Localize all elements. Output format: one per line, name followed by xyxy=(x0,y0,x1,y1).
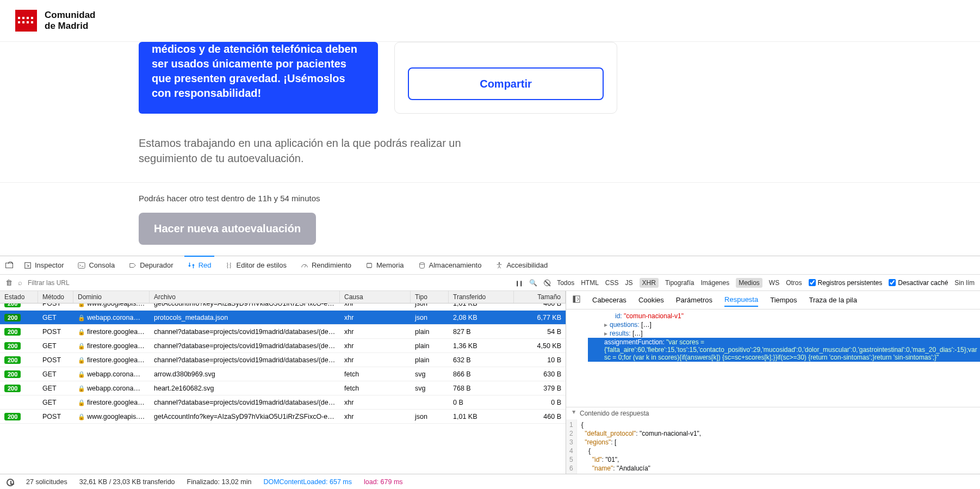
resp-tab-response[interactable]: Respuesta xyxy=(724,293,758,307)
type-other[interactable]: Otros xyxy=(786,279,802,287)
status-finish: Finalizado: 13,02 min xyxy=(187,478,252,486)
tab-inspector[interactable]: Inspector xyxy=(21,256,67,274)
search-icon[interactable] xyxy=(529,278,537,287)
network-row[interactable]: 200GET🔒webapp.coronama...heart.2e160682.… xyxy=(0,381,566,395)
tree-questions[interactable]: ▸questions: […] xyxy=(588,320,980,329)
type-images[interactable]: Imágenes xyxy=(700,279,729,287)
response-content-header[interactable]: ▸Contenido de respuesta xyxy=(566,407,980,419)
tab-memory[interactable]: Memoria xyxy=(362,256,407,274)
response-tree: id: "comun-nacional-v1" ▸questions: […] … xyxy=(566,310,980,407)
no-limit-label: Sin lím xyxy=(954,279,975,287)
network-statusbar: 27 solicitudes 32,61 KB / 23,03 KB trans… xyxy=(0,474,980,489)
resp-tab-cookies[interactable]: Cookies xyxy=(638,294,664,306)
filter-icon[interactable] xyxy=(18,278,22,287)
tab-debugger[interactable]: Depurador xyxy=(126,256,176,274)
svg-point-4 xyxy=(499,262,500,264)
info-card: médicos y de atención telefónica deben s… xyxy=(139,42,378,114)
network-row[interactable]: 200POST🔒firestore.googleapis...channel?d… xyxy=(0,325,566,339)
block-icon[interactable] xyxy=(544,280,550,286)
resp-tab-stack[interactable]: Traza de la pila xyxy=(809,294,857,306)
svg-point-3 xyxy=(419,262,424,264)
network-row[interactable]: 200GET🔒webapp.coronama...protocols_metad… xyxy=(0,311,566,325)
clear-icon[interactable] xyxy=(5,278,13,287)
type-font[interactable]: Tipografía xyxy=(665,279,694,287)
brand-text: Comunidad de Madrid xyxy=(45,10,96,31)
new-assessment-button: Hacer nueva autoevaluación xyxy=(139,213,316,245)
response-code: 123456 { "default_protocol": "comun-naci… xyxy=(566,419,980,474)
type-all[interactable]: Todos xyxy=(557,279,574,287)
tab-accessibility[interactable]: Accesibilidad xyxy=(492,256,551,274)
network-row[interactable]: 200GET🔒webapp.coronama...arrow.d380b969.… xyxy=(0,367,566,381)
tab-style-editor[interactable]: Editor de estilos xyxy=(222,256,290,274)
dock-icon[interactable] xyxy=(5,263,13,268)
tree-results[interactable]: ▸results: […] xyxy=(588,329,980,338)
type-js[interactable]: JS xyxy=(625,279,633,287)
network-row[interactable]: 200GET🔒firestore.googleapis...channel?da… xyxy=(0,339,566,353)
share-card: Compartir xyxy=(394,42,617,114)
type-media[interactable]: Medios xyxy=(736,278,762,288)
network-row[interactable]: 200POST🔒firestore.googleapis...channel?d… xyxy=(0,353,566,367)
clock-icon xyxy=(7,479,14,486)
tab-console[interactable]: Consola xyxy=(75,256,118,274)
share-button[interactable]: Compartir xyxy=(408,67,604,100)
tab-performance[interactable]: Rendimiento xyxy=(297,256,355,274)
type-ws[interactable]: WS xyxy=(769,279,779,287)
svg-rect-2 xyxy=(367,263,372,267)
network-row[interactable]: 200POST🔒www.googleapis.comgetAccountInfo… xyxy=(0,410,566,424)
svg-rect-6 xyxy=(573,296,575,302)
resp-tab-params[interactable]: Parámetros xyxy=(676,294,712,306)
disable-cache-checkbox[interactable]: Desactivar caché xyxy=(889,279,948,287)
network-toolbar: Todos HTML CSS JS XHR Tipografía Imágene… xyxy=(0,275,980,291)
network-row[interactable]: 200POST🔒www.googleapis.comgetAccountInfo… xyxy=(0,304,566,311)
persist-checkbox[interactable]: Registros persistentes xyxy=(809,279,883,287)
tab-network[interactable]: Red xyxy=(184,256,215,274)
toggle-sidebar-icon[interactable] xyxy=(573,295,580,305)
app-header: Comunidad de Madrid xyxy=(0,0,980,42)
url-filter-input[interactable] xyxy=(28,279,93,287)
devtools: Inspector Consola Depurador Red Editor d… xyxy=(0,256,980,489)
status-transfer: 32,61 KB / 23,03 KB transferido xyxy=(79,478,175,486)
network-header-row: Estado Método Dominio Archivo Causa Tipo… xyxy=(0,291,566,304)
status-requests: 27 solicitudes xyxy=(26,478,67,486)
tab-storage[interactable]: Almacenamiento xyxy=(415,256,485,274)
next-test-text: Podrás hacer otro test dentro de 11h y 5… xyxy=(139,194,980,203)
svg-rect-1 xyxy=(78,262,85,268)
response-tabs: Cabeceras Cookies Parámetros Respuesta T… xyxy=(566,291,980,310)
devtools-tabs: Inspector Consola Depurador Red Editor d… xyxy=(0,256,980,275)
tree-assignment-function[interactable]: assignmentFunction: "var scores = {'falt… xyxy=(588,338,980,362)
type-xhr[interactable]: XHR xyxy=(640,278,659,288)
resp-tab-timings[interactable]: Tiempos xyxy=(770,294,797,306)
resp-tab-headers[interactable]: Cabeceras xyxy=(592,294,627,306)
madrid-logo xyxy=(15,10,37,32)
followup-text: Estamos trabajando en una aplicación en … xyxy=(0,114,517,166)
type-html[interactable]: HTML xyxy=(581,279,599,287)
type-css[interactable]: CSS xyxy=(605,279,619,287)
network-row[interactable]: GET🔒firestore.googleapis...channel?datab… xyxy=(0,395,566,410)
status-dcl: DOMContentLoaded: 657 ms xyxy=(263,478,352,486)
pause-icon[interactable] xyxy=(515,278,523,287)
status-load: load: 679 ms xyxy=(364,478,403,486)
